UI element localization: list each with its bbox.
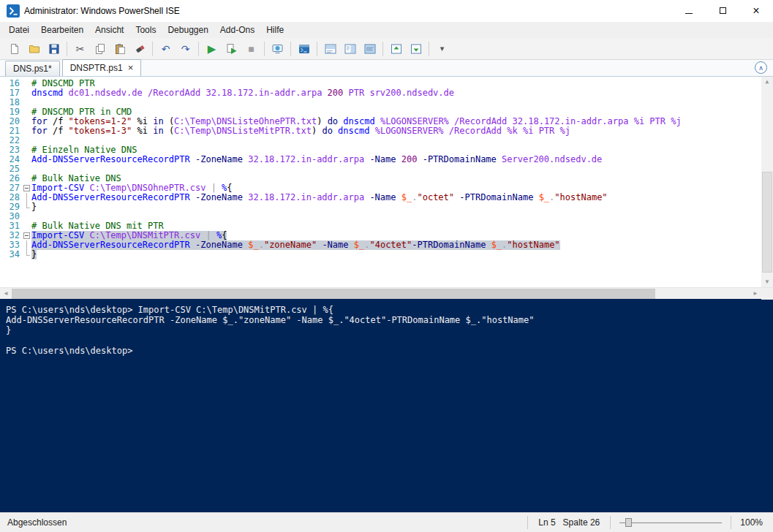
open-script-button[interactable] xyxy=(24,40,44,58)
zoom-level: 100% xyxy=(731,516,773,529)
new-remote-powershell-tab-button[interactable] xyxy=(268,40,287,58)
stop-operation-icon: ■ xyxy=(246,43,257,55)
toolbar-separator xyxy=(152,42,153,56)
fold-gutter xyxy=(22,79,31,88)
fold-gutter xyxy=(22,98,31,107)
paste-button[interactable] xyxy=(110,40,129,58)
scroll-left-arrow-icon[interactable] xyxy=(0,288,12,300)
console-line: PS C:\users\nds\desktop> xyxy=(6,346,773,356)
toolbar-overflow-button[interactable]: ▾ xyxy=(432,40,452,58)
menu-datei[interactable]: Datei xyxy=(3,23,35,37)
powershell-ise-window: Administrator: Windows PowerShell ISE × … xyxy=(0,0,773,532)
fold-gutter xyxy=(22,193,31,202)
minimize-button[interactable] xyxy=(672,0,706,22)
script-pane-down-button[interactable] xyxy=(406,40,426,58)
collapse-script-pane-button[interactable] xyxy=(755,61,767,74)
clear-console-button[interactable] xyxy=(129,40,149,58)
menu-ansicht[interactable]: Ansicht xyxy=(89,23,129,37)
console-line: PS C:\users\nds\desktop> Import-CSV C:\T… xyxy=(6,305,773,315)
code-line-34[interactable]: 34} xyxy=(0,250,773,259)
show-script-pane-right-icon xyxy=(344,43,356,55)
cut-button[interactable]: ✂ xyxy=(70,40,90,58)
script-editor-pane[interactable]: 16# DNSCMD PTR17dnscmd dc01.ndsedv.de /R… xyxy=(0,77,773,287)
run-selection-button[interactable] xyxy=(222,40,241,58)
code-line-17[interactable]: 17dnscmd dc01.ndsedv.de /RecordAdd 32.18… xyxy=(0,88,773,98)
menu-tools[interactable]: Tools xyxy=(129,23,162,37)
toolbar-separator xyxy=(290,42,291,56)
fold-gutter xyxy=(22,88,31,98)
toolbar-separator xyxy=(382,42,383,56)
fold-gutter xyxy=(22,202,31,212)
redo-button[interactable]: ↷ xyxy=(176,40,195,58)
menu-debuggen[interactable]: Debuggen xyxy=(162,23,214,37)
window-controls: × xyxy=(672,0,773,22)
start-powershell-icon xyxy=(298,43,310,55)
show-script-pane-maximized-button[interactable] xyxy=(360,40,380,58)
fold-toggle-icon[interactable] xyxy=(22,231,31,240)
scroll-down-arrow-icon[interactable]: ▼ xyxy=(761,277,773,287)
tab-label: DNS.ps1* xyxy=(13,64,52,74)
fold-toggle-icon[interactable] xyxy=(22,183,31,193)
minimize-icon xyxy=(685,6,693,16)
fold-gutter xyxy=(22,155,31,164)
new-script-button[interactable] xyxy=(4,40,24,58)
run-script-icon: ▶ xyxy=(206,43,218,55)
window-title: Administrator: Windows PowerShell ISE xyxy=(24,6,180,16)
copy-button[interactable] xyxy=(90,40,110,58)
menu-add-ons[interactable]: Add-Ons xyxy=(214,23,260,37)
code-line-28[interactable]: 28Add-DNSServerResourceRecordPTR -ZoneNa… xyxy=(0,193,773,202)
show-script-pane-top-icon xyxy=(325,43,336,55)
show-script-pane-right-button[interactable] xyxy=(340,40,360,58)
editor-vertical-scrollbar[interactable]: ▲ ▼ xyxy=(761,77,773,287)
undo-button[interactable]: ↶ xyxy=(156,40,176,58)
close-button[interactable]: × xyxy=(739,0,773,22)
redo-icon: ↷ xyxy=(180,43,192,55)
code-text: dnscmd dc01.ndsedv.de /RecordAdd 32.18.1… xyxy=(31,88,454,98)
fold-gutter xyxy=(22,126,31,136)
paste-icon xyxy=(114,43,126,55)
scroll-right-arrow-icon[interactable] xyxy=(750,288,761,300)
show-script-pane-top-button[interactable] xyxy=(320,40,340,58)
code-line-21[interactable]: 21for /f "tokens=1-3" %i in (C:\Temp\DNS… xyxy=(0,126,773,136)
cursor-position: Ln 5 Spalte 26 xyxy=(527,516,611,529)
toolbar-separator xyxy=(317,42,317,56)
code-line-29[interactable]: 29} xyxy=(0,202,773,212)
status-text: Abgeschlossen xyxy=(0,517,67,528)
fold-gutter xyxy=(22,117,31,126)
zoom-slider[interactable] xyxy=(619,516,722,529)
console-pane[interactable]: PS C:\users\nds\desktop> Import-CSV C:\T… xyxy=(0,299,773,512)
code-text: Add-DNSServerResourceRecordPTR -ZoneName… xyxy=(31,193,608,202)
scroll-up-arrow-icon[interactable]: ▲ xyxy=(761,77,773,87)
tab-dns-ps1-[interactable]: DNS.ps1* xyxy=(5,61,60,76)
fold-gutter xyxy=(22,107,31,117)
save-script-button[interactable] xyxy=(44,40,64,58)
menu-hilfe[interactable]: Hilfe xyxy=(260,23,290,37)
tab-close-icon[interactable]: × xyxy=(128,64,134,72)
menu-bearbeiten[interactable]: Bearbeiten xyxy=(35,23,89,37)
editor-horizontal-scrollbar[interactable] xyxy=(0,287,773,299)
script-pane-up-icon xyxy=(391,43,402,55)
stop-operation-button[interactable]: ■ xyxy=(241,40,261,58)
start-powershell-button[interactable] xyxy=(294,40,314,58)
editor-lines: 16# DNSCMD PTR17dnscmd dc01.ndsedv.de /R… xyxy=(0,79,773,259)
toolbar-separator xyxy=(198,42,199,56)
save-script-icon xyxy=(48,43,60,55)
code-line-24[interactable]: 24Add-DNSServerResourceRecordPTR -ZoneNa… xyxy=(0,155,773,164)
fold-gutter xyxy=(22,136,31,145)
horizontal-scroll-thumb[interactable] xyxy=(12,289,655,299)
vertical-scroll-thumb[interactable] xyxy=(762,172,772,273)
run-script-button[interactable]: ▶ xyxy=(202,40,222,58)
fold-gutter xyxy=(22,221,31,231)
fold-gutter xyxy=(22,174,31,183)
copy-icon xyxy=(94,43,106,55)
script-pane-up-button[interactable] xyxy=(386,40,406,58)
tab-dnsptr-ps1[interactable]: DNSPTR.ps1× xyxy=(62,59,142,76)
fold-gutter xyxy=(22,145,31,155)
code-line-33[interactable]: 33Add-DNSServerResourceRecordPTR -ZoneNa… xyxy=(0,240,773,250)
title-bar: Administrator: Windows PowerShell ISE × xyxy=(0,0,773,22)
tab-label: DNSPTR.ps1 xyxy=(70,63,123,73)
cursor-column: Spalte 26 xyxy=(563,517,600,528)
zoom-slider-thumb[interactable] xyxy=(625,518,632,527)
maximize-button[interactable] xyxy=(706,0,739,22)
toolbar-separator xyxy=(67,42,67,56)
